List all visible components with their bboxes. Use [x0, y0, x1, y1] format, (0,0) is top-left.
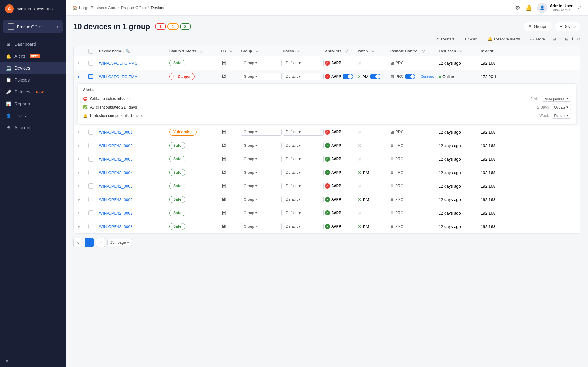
device-name-link[interactable]: WIN-OPE42_0006 — [99, 197, 168, 202]
refresh-icon[interactable]: ↺ — [577, 37, 580, 41]
sidebar-collapse-btn[interactable]: « — [0, 355, 66, 367]
filter-device-name[interactable]: 🔍 — [125, 49, 130, 53]
row-more-btn[interactable]: ⋮ — [513, 60, 523, 66]
patch-toggle[interactable] — [370, 74, 380, 79]
office-selector[interactable]: ⊞ Prague Office ▾ — [3, 20, 63, 33]
group-dropdown[interactable]: Group▾ — [241, 196, 282, 203]
row-checkbox[interactable] — [88, 61, 93, 66]
policy-dropdown[interactable]: Default▾ — [283, 73, 324, 80]
filter-patch[interactable]: ▽ — [371, 49, 374, 53]
policy-dropdown[interactable]: Default▾ — [283, 129, 324, 136]
status-pill-orange[interactable]: 1 — [167, 23, 178, 30]
sidebar-item-reports[interactable]: 📊 Reports — [0, 98, 66, 110]
policy-dropdown[interactable]: Default▾ — [283, 210, 324, 216]
sort-os[interactable]: ↕ — [227, 50, 229, 53]
view-patches-button[interactable]: View patches ▾ — [542, 96, 571, 102]
notification-icon[interactable]: 🔔 — [525, 4, 532, 11]
row-more-btn[interactable]: ⋮ — [513, 183, 523, 189]
sort-rc[interactable]: ↕ — [419, 50, 421, 53]
status-pill-red[interactable]: 1 — [155, 23, 166, 30]
row-more-btn[interactable]: ⋮ — [513, 196, 523, 203]
group-dropdown[interactable]: Group▾ — [241, 169, 282, 176]
groups-button[interactable]: ⊞ Groups — [524, 22, 552, 31]
sidebar-item-account[interactable]: ⚙ Account — [0, 122, 66, 134]
download-icon[interactable]: ⬇ — [571, 37, 575, 41]
policy-dropdown[interactable]: Default▾ — [283, 142, 324, 149]
group-dropdown[interactable]: Group▾ — [241, 129, 282, 136]
sort-antivirus[interactable]: ↕ — [342, 50, 344, 53]
breadcrumb-account[interactable]: Large Business Acc. — [79, 5, 116, 10]
row-checkbox[interactable] — [88, 170, 93, 175]
row-more-btn[interactable]: ⋮ — [513, 142, 523, 149]
row-more-btn[interactable]: ⋮ — [513, 129, 523, 136]
restart-alert-button[interactable]: Restart ▾ — [552, 113, 571, 119]
sort-last-seen[interactable]: ↕ — [457, 50, 458, 53]
status-pill-green[interactable]: 8 — [180, 23, 191, 30]
resolve-alerts-button[interactable]: 🔔 Resolve alerts — [485, 35, 522, 43]
row-expand-btn[interactable]: + — [78, 224, 87, 229]
device-name-link[interactable]: WIN-OPE42_0007 — [99, 211, 168, 215]
expand-icon[interactable]: ⤢ — [578, 5, 582, 11]
group-dropdown[interactable]: Group▾ — [241, 210, 282, 216]
sort-patch[interactable]: ↕ — [369, 50, 370, 53]
group-dropdown[interactable]: Group▾ — [241, 223, 282, 230]
page-1-btn[interactable]: 1 — [85, 238, 94, 247]
per-page-select[interactable]: 25 / page ▾ — [107, 239, 132, 246]
row-expand-btn[interactable]: + — [78, 143, 87, 148]
policy-dropdown[interactable]: Default▾ — [283, 60, 324, 66]
rc-toggle[interactable] — [405, 74, 415, 79]
row-expand-btn[interactable]: + — [78, 61, 87, 66]
row-checkbox[interactable] — [88, 184, 93, 189]
row-more-btn[interactable]: ⋮ — [513, 210, 523, 216]
device-name-link[interactable]: WIN-OPE42_0008 — [99, 224, 168, 229]
row-checkbox[interactable] — [88, 143, 93, 148]
column-view-icon[interactable]: 𝍠 — [558, 36, 563, 42]
prev-page-btn[interactable]: < — [73, 238, 82, 247]
row-checkbox[interactable] — [88, 197, 93, 202]
row-more-btn[interactable]: ⋮ — [513, 223, 523, 230]
row-expand-btn[interactable]: + — [78, 211, 87, 215]
policy-dropdown[interactable]: Default▾ — [283, 223, 324, 230]
row-expand-btn[interactable]: + — [78, 197, 87, 202]
group-dropdown[interactable]: Group▾ — [241, 60, 282, 66]
sidebar-item-patches[interactable]: 🩹 Patches NEW — [0, 86, 66, 98]
group-dropdown[interactable]: Group▾ — [241, 183, 282, 189]
policy-dropdown[interactable]: Default▾ — [283, 169, 324, 176]
grid-view-icon[interactable]: ⊟ — [553, 37, 556, 41]
row-expand-btn[interactable]: ▾ — [78, 74, 87, 79]
filter-status[interactable]: ▽ — [200, 49, 202, 53]
row-expand-btn[interactable]: + — [78, 130, 87, 135]
av-toggle[interactable] — [343, 74, 353, 79]
filter-os[interactable]: ▽ — [229, 49, 232, 53]
breadcrumb-office[interactable]: Prague Office — [121, 5, 146, 10]
group-dropdown[interactable]: Group▾ — [241, 156, 282, 162]
filter-group[interactable]: ▽ — [256, 49, 258, 53]
list-view-icon[interactable]: ⊞ — [565, 37, 569, 41]
sidebar-item-policies[interactable]: 📋 Policies — [0, 74, 66, 86]
sidebar-item-dashboard[interactable]: ⊞ Dashboard — [0, 38, 66, 50]
row-checkbox[interactable] — [88, 224, 93, 229]
row-expand-btn[interactable]: + — [78, 170, 87, 175]
policy-dropdown[interactable]: Default▾ — [283, 196, 324, 203]
device-name-link[interactable]: WIN-OPE42_0001 — [99, 130, 168, 135]
connect-button[interactable]: Connect — [418, 74, 436, 79]
row-more-btn[interactable]: ⋮ — [513, 156, 523, 162]
row-more-btn[interactable]: ⋮ — [513, 73, 523, 80]
device-name-link[interactable]: WIN-OPE42_0003 — [99, 157, 168, 162]
add-device-button[interactable]: + Device — [555, 22, 580, 31]
row-checkbox[interactable] — [88, 157, 93, 162]
filter-policy[interactable]: ▽ — [297, 49, 300, 53]
scan-button[interactable]: + Scan — [462, 35, 480, 43]
row-more-btn[interactable]: ⋮ — [513, 169, 523, 176]
row-checkbox[interactable] — [88, 210, 93, 215]
device-name-link[interactable]: WIN-OPE42_0004 — [99, 170, 168, 175]
settings-icon[interactable]: ⚙ — [515, 4, 520, 11]
policy-dropdown[interactable]: Default▾ — [283, 156, 324, 162]
update-button[interactable]: Update ▾ — [552, 104, 571, 110]
sort-group[interactable]: ↕ — [253, 50, 255, 53]
more-button[interactable]: ⋯ More — [527, 35, 548, 43]
sort-status[interactable]: ↕ — [197, 50, 199, 53]
device-name-link[interactable]: WIN-OPE42_0002 — [99, 143, 168, 148]
restart-button[interactable]: ↻ Restart — [434, 35, 457, 43]
row-checkbox[interactable] — [88, 130, 93, 135]
